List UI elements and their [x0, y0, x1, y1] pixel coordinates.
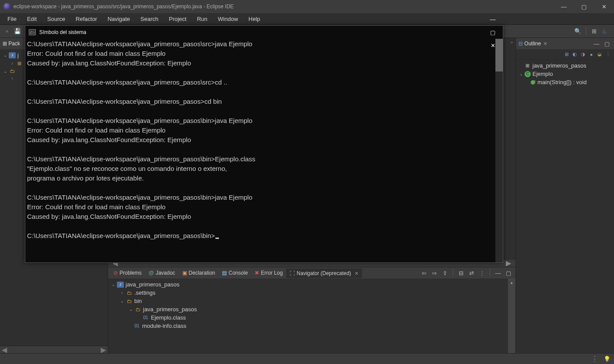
maximize-button[interactable]: ▢ [574, 0, 594, 13]
nav-settings-label: .settings [134, 289, 155, 296]
tab-navigator-label: Navigator (Deprecated) [297, 270, 351, 276]
project-icon: J [9, 52, 16, 58]
menu-run[interactable]: Run [192, 14, 213, 24]
search-icon[interactable]: 🔍 [573, 27, 582, 36]
tip-bulb-icon[interactable]: 💡 [604, 356, 611, 362]
menu-file[interactable]: File [2, 14, 22, 24]
errorlog-icon: ✖ [255, 270, 259, 276]
caret-icon[interactable]: › [10, 76, 15, 81]
cmd-scroll-thumb[interactable] [495, 39, 503, 71]
caret-icon[interactable]: ⌄ [128, 307, 133, 312]
javadoc-icon: @ [149, 270, 154, 276]
tab-declaration[interactable]: ▣ Declaration [179, 268, 219, 278]
outline-tree[interactable]: ⊞ java_primeros_pasos ⌄ C Ejemplo s main… [516, 60, 614, 88]
filter-public-icon[interactable]: ● [588, 51, 595, 58]
view-menu-icon[interactable]: ⋮ [478, 269, 486, 277]
close-outline-icon[interactable]: ✕ [543, 41, 547, 47]
perspective-icon[interactable]: ⊞ [590, 27, 598, 36]
java-perspective-icon[interactable]: ♨ [600, 27, 609, 36]
outline-label: Outline [524, 41, 541, 47]
cmd-titlebar[interactable]: C:\ Símbolo del sistema — ▢ ✕ [25, 26, 503, 39]
tab-javadoc[interactable]: @ Javadoc [145, 268, 179, 278]
bottom-toolbar: ⇦ ⇨ ⇪ ⊟ ⇄ ⋮ — ▢ [420, 269, 515, 277]
outline-maximize-icon[interactable]: ▢ [603, 39, 611, 48]
tab-problems[interactable]: ⊘ Problems [110, 268, 145, 278]
menu-search[interactable]: Search [135, 14, 164, 24]
cmd-icon: C:\ [29, 29, 36, 35]
cmd-text: C:\Users\TATIANA\eclipse-workspace\java_… [27, 40, 255, 239]
tab-problems-label: Problems [119, 270, 142, 276]
filter-static-icon[interactable]: ◑ [580, 51, 587, 58]
menu-project[interactable]: Project [164, 14, 191, 24]
project-label: j [17, 52, 19, 58]
tab-errorlog-label: Error Log [261, 270, 283, 276]
nav-module-label: module-info.class [142, 323, 186, 329]
tab-errorlog[interactable]: ✖ Error Log [251, 268, 286, 278]
package-decl-icon: ⊞ [524, 63, 531, 69]
window-title: eclipse-workspace - java_primeros_pasos/… [14, 3, 234, 10]
package-node-icon: ⊞ [16, 60, 23, 66]
caret-icon[interactable]: ⌄ [111, 282, 116, 287]
cmd-body[interactable]: C:\Users\TATIANA\eclipse-workspace\java_… [25, 39, 503, 262]
cmd-minimize-button[interactable]: — [483, 13, 503, 26]
nav-scrollbar[interactable]: ▴ [508, 279, 515, 353]
close-tab-icon[interactable]: ✕ [355, 271, 358, 276]
filter-local-icon[interactable]: ◒ [596, 51, 603, 58]
outline-toolbar: ⊞ ◐ ◑ ● ◒ ⋮ [516, 49, 614, 60]
caret-icon[interactable]: › [119, 290, 125, 295]
tab-console[interactable]: ▤ Console [218, 268, 251, 278]
window-controls: — ▢ ✕ [554, 0, 614, 13]
outline-method-label: main(String[]) : void [538, 79, 587, 85]
problems-icon: ⊘ [113, 270, 118, 276]
maximize-pane-icon[interactable]: ▢ [504, 269, 513, 277]
new-button[interactable]: ▫ [3, 27, 11, 36]
collapse-all-icon[interactable]: ⊟ [457, 269, 465, 277]
tab-declaration-label: Declaration [189, 270, 215, 276]
nav-root-label: java_primeros_pasos [126, 281, 180, 288]
menu-edit[interactable]: Edit [22, 14, 42, 24]
class-file-icon: 01 [142, 315, 149, 321]
outline-package-label: java_primeros_pasos [532, 62, 587, 69]
cmd-scrollbar[interactable] [495, 39, 503, 262]
caret-icon[interactable]: ⌄ [3, 69, 8, 74]
navigator-body[interactable]: ⌄ J java_primeros_pasos › 🗀 .settings ⌄ … [108, 279, 515, 353]
filter-fields-icon[interactable]: ◐ [571, 51, 578, 58]
caret-icon[interactable]: ⌄ [119, 299, 125, 303]
save-button[interactable]: 💾 [13, 27, 22, 36]
caret-icon[interactable]: ⌄ [518, 71, 524, 76]
navigator-icon: ⛶ [290, 270, 295, 276]
minimize-button[interactable]: — [554, 0, 574, 13]
nav-ejemplo-label: Ejemplo.class [151, 314, 186, 321]
nav-up-icon[interactable]: ⇪ [440, 269, 449, 277]
caret-icon[interactable]: › [10, 61, 15, 66]
menu-source[interactable]: Source [42, 14, 70, 24]
minimize-pane-icon[interactable]: — [494, 269, 502, 277]
tab-javadoc-label: Javadoc [156, 270, 175, 276]
editor-chevron-icon[interactable]: ⌄ [510, 39, 514, 44]
menu-refactor[interactable]: Refactor [71, 14, 102, 24]
nav-back-icon[interactable]: ⇦ [420, 269, 428, 277]
menu-window[interactable]: Window [213, 14, 243, 24]
tab-navigator[interactable]: ⛶ Navigator (Deprecated) ✕ [286, 268, 362, 278]
outline-minimize-icon[interactable]: — [592, 39, 601, 48]
eclipse-icon [3, 3, 10, 10]
tab-console-label: Console [229, 270, 248, 276]
close-button[interactable]: ✕ [594, 0, 614, 13]
link-editor-icon[interactable]: ⇄ [467, 269, 476, 277]
outline-tab[interactable]: ⊟ Outline ✕ — ▢ [516, 38, 614, 49]
class-icon: C [525, 71, 531, 77]
titlebar: eclipse-workspace - java_primeros_pasos/… [0, 0, 614, 13]
cmd-maximize-button[interactable]: ▢ [483, 26, 503, 39]
menu-help[interactable]: Help [243, 14, 266, 24]
sort-icon[interactable]: ⊞ [563, 51, 570, 58]
outline-menu-icon[interactable]: ⋮ [604, 51, 611, 58]
left-scrollbar[interactable]: ◀▶ [0, 346, 108, 353]
nav-forward-icon[interactable]: ⇨ [430, 269, 439, 277]
menu-navigate[interactable]: Navigate [102, 14, 135, 24]
scroll-up-icon[interactable]: ▴ [508, 279, 515, 286]
bottom-tabs: ⊘ Problems @ Javadoc ▣ Declaration ▤ Con… [108, 267, 515, 279]
scroll-right-icon[interactable]: ▶ [503, 259, 514, 267]
nav-bin-label: bin [134, 298, 142, 304]
status-menu-icon[interactable]: ⋮ [591, 355, 598, 363]
caret-icon[interactable]: ⌄ [3, 53, 8, 58]
